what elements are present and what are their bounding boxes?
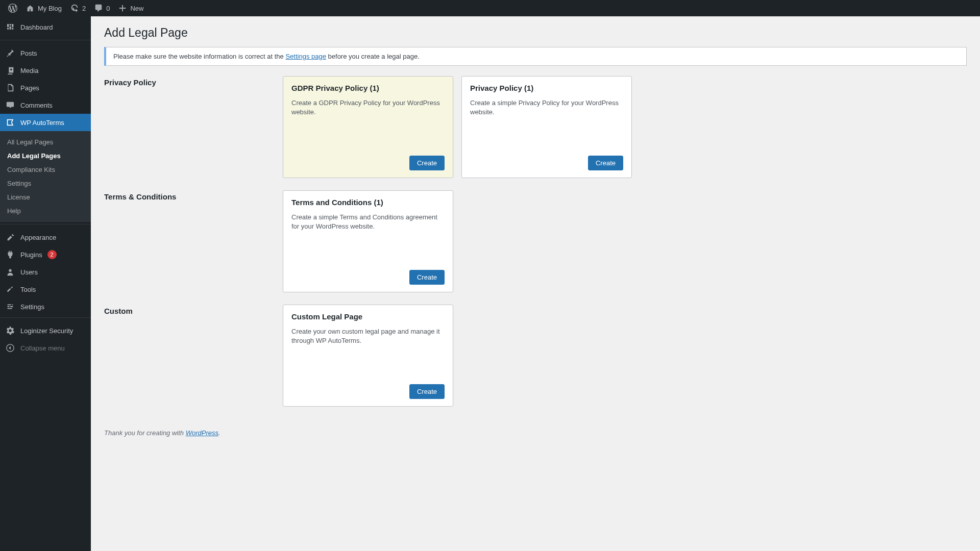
menu-users-label: Users (20, 268, 38, 276)
section-label: Terms & Conditions (104, 190, 283, 299)
page-title: Add Legal Page (104, 21, 967, 42)
menu-wp-autoterms[interactable]: WP AutoTerms (0, 114, 91, 131)
card-title: Privacy Policy (1) (470, 84, 623, 92)
cards-container: Terms and Conditions (1)Create a simple … (283, 190, 967, 292)
section-row: Terms & ConditionsTerms and Conditions (… (104, 190, 967, 299)
menu-collapse[interactable]: Collapse menu (0, 339, 91, 357)
appearance-icon (5, 233, 15, 242)
footer-credit: Thank you for creating with WordPress. (104, 414, 967, 437)
comments-item[interactable]: 0 (90, 0, 114, 16)
wordpress-logo-icon (8, 4, 17, 13)
card-description: Create a GDPR Privacy Policy for your Wo… (291, 98, 445, 147)
section-row: CustomCustom Legal PageCreate your own c… (104, 305, 967, 414)
plus-icon (118, 4, 127, 13)
menu-pages[interactable]: Pages (0, 79, 91, 96)
card-title: Terms and Conditions (1) (291, 198, 445, 207)
content-area: Add Legal Page Please make sure the webs… (91, 0, 980, 457)
card-description: Create a simple Terms and Conditions agr… (291, 213, 445, 262)
settings-notice: Please make sure the website information… (104, 47, 967, 66)
menu-posts-label: Posts (20, 49, 37, 57)
card-description: Create a simple Privacy Policy for your … (470, 98, 623, 147)
svg-point-0 (10, 68, 12, 70)
menu-tools-label: Tools (20, 286, 36, 293)
menu-tools[interactable]: Tools (0, 281, 91, 298)
menu-separator (0, 317, 91, 320)
card-actions: Create (291, 384, 445, 399)
menu-dashboard[interactable]: Dashboard (0, 16, 91, 38)
settings-icon (5, 302, 15, 311)
submenu-settings[interactable]: Settings (0, 177, 91, 190)
submenu-all-legal[interactable]: All Legal Pages (0, 135, 91, 149)
plugins-update-badge: 2 (47, 250, 57, 259)
media-icon (5, 66, 15, 75)
wordpress-logo-item[interactable] (4, 0, 21, 16)
section-label: Custom (104, 305, 283, 414)
menu-appearance[interactable]: Appearance (0, 229, 91, 246)
menu-comments[interactable]: Comments (0, 96, 91, 114)
pages-icon (5, 83, 15, 92)
dashboard-icon (5, 22, 15, 32)
menu-users[interactable]: Users (0, 263, 91, 281)
cards-container: Custom Legal PageCreate your own custom … (283, 305, 967, 407)
home-icon (26, 4, 35, 13)
collapse-icon (5, 343, 15, 353)
menu-loginizer-label: Loginizer Security (20, 327, 73, 335)
create-button[interactable]: Create (588, 156, 623, 170)
menu-media[interactable]: Media (0, 62, 91, 79)
comments-count: 0 (106, 5, 110, 12)
menu-plugins[interactable]: Plugins 2 (0, 246, 91, 263)
new-content-item[interactable]: New (114, 0, 148, 16)
comments-icon (94, 4, 103, 13)
submenu-autoterms: All Legal Pages Add Legal Pages Complian… (0, 131, 91, 222)
card-actions: Create (470, 156, 623, 170)
section-row: Privacy PolicyGDPR Privacy Policy (1)Cre… (104, 76, 967, 185)
menu-autoterms-label: WP AutoTerms (20, 119, 64, 127)
tools-icon (5, 285, 15, 294)
footer-pre: Thank you for creating with (104, 429, 186, 437)
updates-count: 2 (82, 5, 86, 12)
comment-icon (5, 101, 15, 110)
autoterms-icon (5, 118, 15, 127)
card-description: Create your own custom legal page and ma… (291, 327, 445, 376)
card-title: Custom Legal Page (291, 312, 445, 321)
card-actions: Create (291, 156, 445, 170)
svg-point-1 (9, 269, 11, 272)
submenu-license[interactable]: License (0, 190, 91, 204)
create-button[interactable]: Create (409, 270, 445, 285)
menu-settings[interactable]: Settings (0, 298, 91, 315)
cards-container: GDPR Privacy Policy (1)Create a GDPR Pri… (283, 76, 967, 178)
settings-page-link[interactable]: Settings page (285, 53, 326, 60)
section-label: Privacy Policy (104, 76, 283, 185)
create-button[interactable]: Create (409, 384, 445, 399)
submenu-help[interactable]: Help (0, 204, 91, 218)
updates-item[interactable]: 2 (66, 0, 90, 16)
menu-comments-label: Comments (20, 102, 53, 109)
update-icon (70, 4, 79, 13)
menu-media-label: Media (20, 67, 38, 74)
menu-settings-label: Settings (20, 303, 44, 311)
submenu-compliance[interactable]: Compliance Kits (0, 163, 91, 177)
footer-post: . (218, 429, 220, 437)
menu-posts[interactable]: Posts (0, 44, 91, 62)
submenu-add-legal[interactable]: Add Legal Pages (0, 149, 91, 163)
menu-separator (0, 224, 91, 227)
new-label: New (130, 5, 143, 12)
menu-plugins-label: Plugins (20, 251, 42, 259)
site-name-item[interactable]: My Blog (21, 0, 66, 16)
legal-card: Custom Legal PageCreate your own custom … (283, 305, 453, 407)
create-button[interactable]: Create (409, 156, 445, 170)
plugins-icon (5, 250, 15, 259)
menu-pages-label: Pages (20, 84, 39, 92)
users-icon (5, 267, 15, 277)
wordpress-link[interactable]: WordPress (186, 429, 218, 437)
menu-collapse-label: Collapse menu (20, 344, 65, 352)
admin-sidebar: Dashboard Posts Media Pages Comments WP … (0, 16, 91, 457)
admin-toolbar: My Blog 2 0 New (0, 0, 980, 16)
menu-dashboard-label: Dashboard (20, 23, 53, 31)
menu-separator (0, 40, 91, 42)
notice-text-pre: Please make sure the website information… (113, 53, 285, 60)
menu-appearance-label: Appearance (20, 234, 56, 241)
menu-loginizer[interactable]: Loginizer Security (0, 322, 91, 339)
legal-card: Privacy Policy (1)Create a simple Privac… (461, 76, 632, 178)
pin-icon (5, 48, 15, 58)
